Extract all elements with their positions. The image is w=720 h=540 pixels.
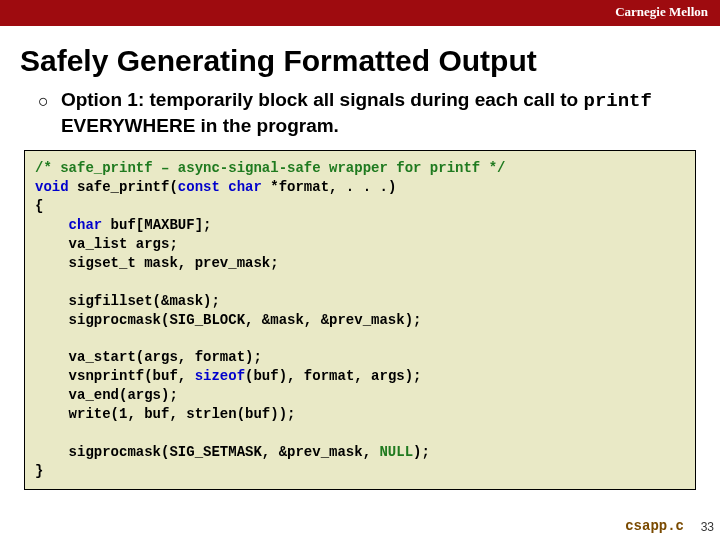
code-block: /* safe_printf – async-signal-safe wrapp… xyxy=(24,150,696,489)
slide-title: Safely Generating Formatted Output xyxy=(20,44,720,78)
code-text: safe_printf( xyxy=(69,179,178,195)
code-text: write(1, buf, strlen(buf)); xyxy=(35,406,295,422)
code-text: ); xyxy=(413,444,430,460)
kw-sizeof: sizeof xyxy=(195,368,245,384)
code-text xyxy=(220,179,228,195)
lit-null: NULL xyxy=(379,444,413,460)
code-text: va_end(args); xyxy=(35,387,178,403)
code-text: { xyxy=(35,198,43,214)
source-filename: csapp.c xyxy=(625,518,684,534)
code-comment: /* safe_printf – async-signal-safe wrapp… xyxy=(35,160,505,176)
bullet-item: ○ Option 1: temporarily block all signal… xyxy=(38,88,690,138)
page-number: 33 xyxy=(701,520,714,534)
bullet-mono: printf xyxy=(584,90,652,112)
bullet-post: EVERYWHERE in the program. xyxy=(61,115,339,136)
code-text: *format, . . .) xyxy=(262,179,396,195)
code-text: va_start(args, format); xyxy=(35,349,262,365)
header-bar: Carnegie Mellon xyxy=(0,0,720,26)
kw-char: char xyxy=(228,179,262,195)
bullet-text: Option 1: temporarily block all signals … xyxy=(61,88,690,138)
code-text: sigprocmask(SIG_BLOCK, &mask, &prev_mask… xyxy=(35,312,421,328)
code-text: sigset_t mask, prev_mask; xyxy=(35,255,279,271)
code-text: buf[MAXBUF]; xyxy=(102,217,211,233)
code-text: } xyxy=(35,463,43,479)
code-text: vsnprintf(buf, xyxy=(35,368,195,384)
kw-void: void xyxy=(35,179,69,195)
university-label: Carnegie Mellon xyxy=(615,4,708,20)
kw-const: const xyxy=(178,179,220,195)
code-text: va_list args; xyxy=(35,236,178,252)
code-text: sigprocmask(SIG_SETMASK, &prev_mask, xyxy=(35,444,379,460)
code-text: sigfillset(&mask); xyxy=(35,293,220,309)
code-text: (buf), format, args); xyxy=(245,368,421,384)
code-text xyxy=(35,217,69,233)
bullet-pre: Option 1: temporarily block all signals … xyxy=(61,89,584,110)
kw-char: char xyxy=(69,217,103,233)
bullet-marker: ○ xyxy=(38,90,49,113)
